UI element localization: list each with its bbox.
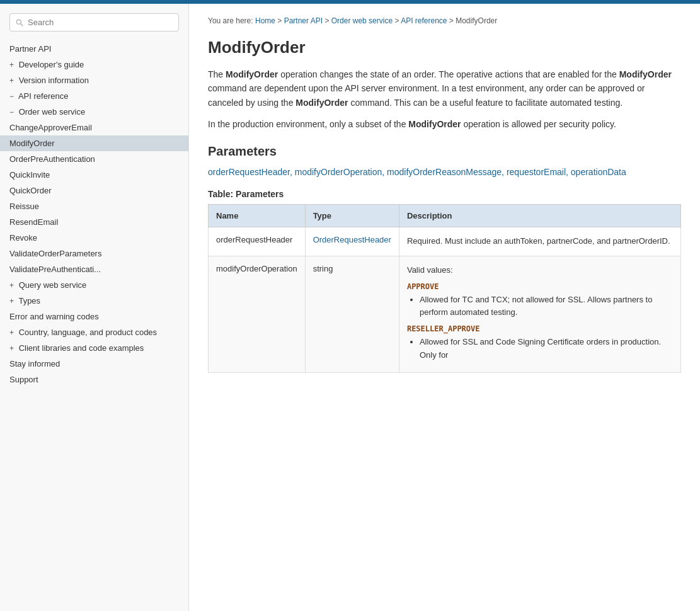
layout: Partner API + Developer's guide + Versio… [0, 4, 700, 611]
sidebar-label-order-web-service: Order web service [19, 107, 85, 117]
approve-bullets: Allowed for TC and TCX; not allowed for … [420, 294, 673, 320]
approve-bullet-1: Allowed for TC and TCX; not allowed for … [420, 294, 673, 320]
reseller-bullet-1: Allowed for SSL and Code Signing Certifi… [420, 336, 673, 362]
sidebar-label-api-reference: API reference [18, 91, 69, 101]
table-row: modifyOrderOperation string Valid values… [209, 256, 681, 372]
sidebar-label-validate-order-parameters: ValidateOrderParameters [9, 249, 101, 258]
intro-bold-modify-order-2: ModifyOrder [619, 69, 672, 79]
col-header-name: Name [209, 204, 306, 227]
breadcrumb-sep4: > [449, 16, 456, 25]
sidebar-label-revoke: Revoke [9, 233, 37, 243]
sidebar-section-partner-api: Partner API [0, 41, 188, 57]
toggle-order-web-service: − [9, 108, 14, 117]
toggle-client-libraries: + [9, 344, 14, 353]
code-label-approve: APPROVE [407, 282, 673, 291]
sidebar-item-change-approver-email[interactable]: ChangeApproverEmail [0, 120, 188, 135]
table-row: orderRequestHeader OrderRequestHeader Re… [209, 227, 681, 256]
sidebar-item-reissue[interactable]: Reissue [0, 198, 188, 214]
intro-bold-modify-order-1: ModifyOrder [226, 69, 278, 79]
breadcrumb-current: ModifyOrder [456, 16, 497, 25]
breadcrumb-sep1: > [277, 16, 284, 25]
sidebar-label-developers-guide: Developer's guide [19, 60, 84, 69]
sidebar-label-resend-email: ResendEmail [9, 217, 58, 227]
intro-paragraph-2: In the production environment, only a su… [208, 117, 681, 131]
sidebar-item-developers-guide[interactable]: + Developer's guide [0, 57, 188, 72]
toggle-developers-guide: + [9, 60, 14, 69]
sidebar-label-change-approver-email: ChangeApproverEmail [9, 123, 92, 132]
sidebar-item-version-information[interactable]: + Version information [0, 72, 188, 88]
breadcrumb-order-web-service[interactable]: Order web service [331, 16, 393, 25]
breadcrumb: You are here: Home > Partner API > Order… [208, 16, 681, 25]
table-label: Table: Parameters [208, 189, 681, 199]
toggle-query-web-service: + [9, 281, 14, 290]
toggle-api-reference: − [9, 92, 14, 101]
sidebar-item-modify-order[interactable]: ModifyOrder [0, 135, 188, 151]
col-header-description: Description [399, 204, 680, 227]
breadcrumb-api-reference[interactable]: API reference [401, 16, 447, 25]
search-box [9, 13, 179, 31]
sidebar-label-support: Support [9, 375, 38, 384]
sidebar-item-quick-invite[interactable]: QuickInvite [0, 167, 188, 183]
col-header-type: Type [305, 204, 399, 227]
page-title: ModifyOrder [208, 38, 681, 57]
sidebar-label-types: Types [18, 296, 40, 306]
main-content: You are here: Home > Partner API > Order… [189, 4, 700, 611]
cell-type-modify-order-operation: string [305, 256, 399, 372]
breadcrumb-home[interactable]: Home [255, 16, 275, 25]
type-string: string [313, 264, 333, 273]
breadcrumb-sep3: > [394, 16, 401, 25]
code-label-reseller-approve: RESELLER_APPROVE [407, 324, 673, 333]
sidebar-item-revoke[interactable]: Revoke [0, 230, 188, 246]
params-table: Name Type Description orderRequestHeader… [208, 204, 681, 373]
reseller-bullets: Allowed for SSL and Code Signing Certifi… [420, 336, 673, 362]
sidebar-label-version-information: Version information [19, 76, 89, 85]
sidebar-item-country-lang-codes[interactable]: + Country, language, and product codes [0, 324, 188, 340]
breadcrumb-sep2: > [324, 16, 331, 25]
sidebar-label-country-lang-codes: Country, language, and product codes [19, 328, 157, 337]
desc-valid-values: Valid values: [407, 265, 453, 275]
breadcrumb-partner-api[interactable]: Partner API [284, 16, 323, 25]
sidebar-label-stay-informed: Stay informed [9, 359, 60, 368]
sidebar-item-stay-informed[interactable]: Stay informed [0, 356, 188, 372]
sidebar-label-query-web-service: Query web service [19, 280, 87, 290]
sidebar-item-quick-order[interactable]: QuickOrder [0, 183, 188, 198]
toggle-country-lang: + [9, 328, 14, 337]
sidebar-item-order-web-service[interactable]: − Order web service [0, 104, 188, 120]
sidebar: Partner API + Developer's guide + Versio… [0, 4, 189, 611]
sidebar-item-types[interactable]: + Types [0, 293, 188, 309]
intro-bold-modify-order-3: ModifyOrder [295, 98, 348, 108]
sidebar-label-client-libraries: Client libraries and code examples [19, 343, 144, 353]
sidebar-item-support[interactable]: Support [0, 372, 188, 387]
sidebar-label-error-warning-codes: Error and warning codes [9, 312, 99, 321]
sidebar-item-client-libraries[interactable]: + Client libraries and code examples [0, 340, 188, 356]
cell-desc-modify-order-operation: Valid values: APPROVE Allowed for TC and… [399, 256, 680, 372]
toggle-types: + [9, 297, 14, 306]
sidebar-item-resend-email[interactable]: ResendEmail [0, 214, 188, 230]
toggle-version-information: + [9, 76, 14, 85]
params-list: orderRequestHeader, modifyOrderOperation… [208, 165, 681, 179]
sidebar-item-order-pre-authentication[interactable]: OrderPreAuthentication [0, 151, 188, 167]
type-link-order-request-header[interactable]: OrderRequestHeader [313, 235, 391, 244]
sidebar-item-error-warning-codes[interactable]: Error and warning codes [0, 309, 188, 324]
intro-bold-modify-order-4: ModifyOrder [408, 119, 461, 129]
sidebar-item-validate-pre-auth[interactable]: ValidatePreAuthenticati... [0, 261, 188, 277]
sidebar-label-modify-order: ModifyOrder [9, 139, 55, 148]
cell-name-order-request-header: orderRequestHeader [209, 227, 306, 256]
sidebar-label-validate-pre-auth: ValidatePreAuthenticati... [9, 265, 101, 274]
cell-name-modify-order-operation: modifyOrderOperation [209, 256, 306, 372]
parameters-title: Parameters [208, 144, 681, 159]
partner-api-label: Partner API [9, 44, 51, 54]
sidebar-item-query-web-service[interactable]: + Query web service [0, 277, 188, 293]
desc-order-request-header: Required. Must include an authToken, par… [407, 236, 670, 246]
cell-type-order-request-header: OrderRequestHeader [305, 227, 399, 256]
sidebar-item-validate-order-parameters[interactable]: ValidateOrderParameters [0, 246, 188, 261]
cell-desc-order-request-header: Required. Must include an authToken, par… [399, 227, 680, 256]
sidebar-label-reissue: Reissue [9, 202, 39, 211]
search-input[interactable] [9, 13, 179, 31]
table-header-row: Name Type Description [209, 204, 681, 227]
sidebar-item-api-reference[interactable]: − API reference [0, 88, 188, 104]
sidebar-label-quick-order: QuickOrder [9, 186, 51, 195]
sidebar-label-quick-invite: QuickInvite [9, 170, 50, 180]
intro-paragraph-1: The ModifyOrder operation changes the st… [208, 67, 681, 110]
breadcrumb-prefix: You are here: [208, 16, 253, 25]
